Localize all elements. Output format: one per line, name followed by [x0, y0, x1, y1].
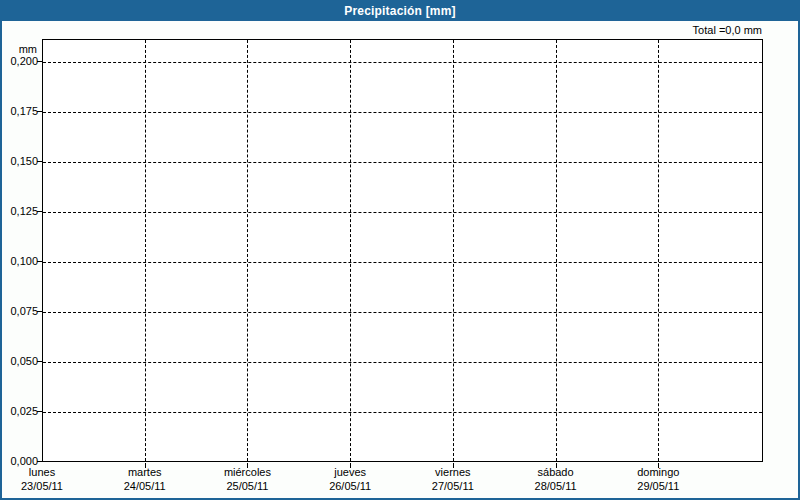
- h-gridline: [43, 312, 762, 313]
- x-tick-label: domingo29/05/11: [606, 465, 710, 493]
- day-date-label: 24/05/11: [93, 479, 197, 493]
- precipitation-chart-window: Precipitación [mm] Total =0,0 mm mm 0,00…: [0, 0, 800, 500]
- x-tick-label: martes24/05/11: [93, 465, 197, 493]
- h-gridline: [43, 362, 762, 363]
- y-tick-label: 0,100: [2, 255, 38, 267]
- x-tick-label: miércoles25/05/11: [195, 465, 299, 493]
- y-tick-label: 0,150: [2, 155, 38, 167]
- day-name-label: sábado: [504, 465, 608, 479]
- x-tick-label: viernes27/05/11: [401, 465, 505, 493]
- day-name-label: jueves: [298, 465, 402, 479]
- x-tick-label: lunes23/05/11: [0, 465, 94, 493]
- v-gridline: [453, 40, 454, 461]
- y-tick-label: 0,200: [2, 55, 38, 67]
- v-gridline: [556, 40, 557, 461]
- y-tick-label: 0,050: [2, 355, 38, 367]
- h-gridline: [43, 162, 762, 163]
- gridline-layer: [43, 40, 762, 461]
- day-date-label: 25/05/11: [195, 479, 299, 493]
- v-gridline: [658, 40, 659, 461]
- h-gridline: [43, 112, 762, 113]
- y-tick-label: 0,125: [2, 205, 38, 217]
- day-date-label: 23/05/11: [0, 479, 94, 493]
- day-date-label: 27/05/11: [401, 479, 505, 493]
- day-name-label: lunes: [0, 465, 94, 479]
- day-name-label: martes: [93, 465, 197, 479]
- h-gridline: [43, 212, 762, 213]
- h-gridline: [43, 62, 762, 63]
- plot-area: [42, 39, 763, 462]
- x-tick-label: jueves26/05/11: [298, 465, 402, 493]
- y-tick-label: 0,175: [2, 105, 38, 117]
- day-date-label: 28/05/11: [504, 479, 608, 493]
- v-gridline: [247, 40, 248, 461]
- day-date-label: 26/05/11: [298, 479, 402, 493]
- x-tick-label: sábado28/05/11: [504, 465, 608, 493]
- total-label: Total =0,0 mm: [693, 24, 762, 36]
- day-name-label: domingo: [606, 465, 710, 479]
- h-gridline: [43, 262, 762, 263]
- day-name-label: miércoles: [195, 465, 299, 479]
- y-axis-unit-label: mm: [2, 43, 37, 55]
- y-tick-label: 0,075: [2, 305, 38, 317]
- chart-title-bar: Precipitación [mm]: [0, 0, 800, 21]
- y-tick-label: 0,025: [2, 405, 38, 417]
- v-gridline: [145, 40, 146, 461]
- chart-title: Precipitación [mm]: [344, 4, 456, 18]
- day-date-label: 29/05/11: [606, 479, 710, 493]
- day-name-label: viernes: [401, 465, 505, 479]
- h-gridline: [43, 412, 762, 413]
- v-gridline: [350, 40, 351, 461]
